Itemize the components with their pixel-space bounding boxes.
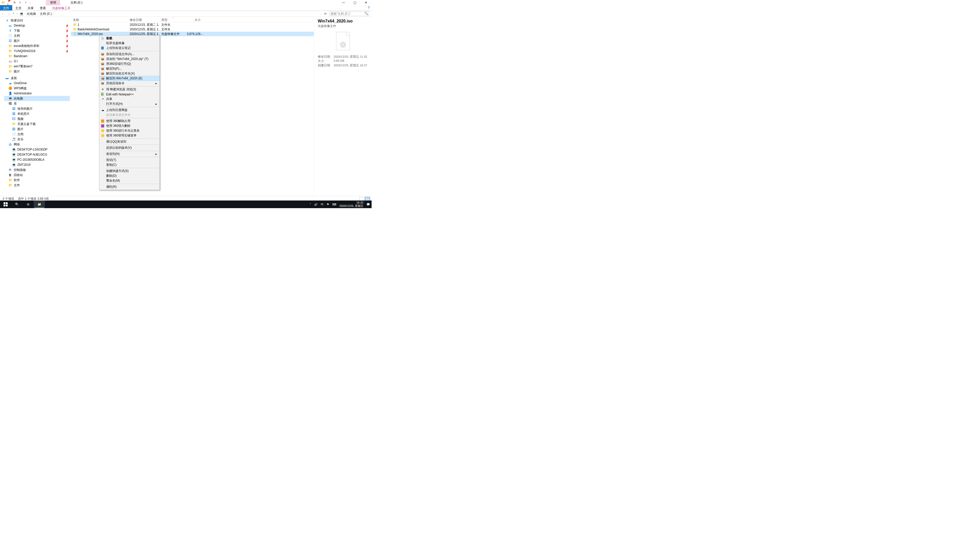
tree-admin[interactable]: 👤Administrator (4, 91, 70, 96)
context-menu-item[interactable]: 🟪使用 360强力删除 (100, 124, 159, 128)
context-menu-item[interactable]: 📦解压到(F)... (100, 66, 159, 71)
search-icon[interactable]: 🔍 (364, 12, 368, 15)
context-menu-item[interactable]: 通过QQ发送到 (100, 139, 159, 144)
tree-thispc[interactable]: 💻此电脑 (4, 96, 70, 101)
tree-pics2[interactable]: 📁图片 (4, 69, 70, 74)
taskview-button[interactable]: ⧉ (22, 200, 34, 208)
tree-desktop-zh[interactable]: ▬桌面 (4, 76, 70, 81)
history-dropdown-icon[interactable]: ▾ (13, 12, 14, 16)
context-menu-item[interactable]: 复制(C) (100, 162, 159, 167)
ribbon-tab-home[interactable]: 主页 (12, 5, 24, 11)
tree-pc2[interactable]: 💻DESKTOP-NJEU3CG (4, 152, 70, 157)
context-menu-item[interactable]: 属性(R) (100, 184, 159, 189)
minimize-button[interactable]: — (338, 0, 349, 5)
up-button[interactable]: ↑ (17, 12, 18, 16)
context-menu-item[interactable]: 💿装载 (100, 36, 159, 41)
tree-desktop[interactable]: ▬Desktop📌 (4, 23, 70, 28)
tree-pictures2[interactable]: 🖼图片 (4, 127, 70, 132)
context-menu-item[interactable]: ↗共享 (100, 97, 159, 102)
tree-music[interactable]: 🎵音乐 (4, 137, 70, 142)
tray-chevron-up-icon[interactable]: ˄ (310, 203, 311, 206)
context-menu-item[interactable]: 📦添加到压缩文件(A)... (100, 52, 159, 57)
context-menu-item[interactable]: 📦其他压缩命令▶ (100, 81, 159, 86)
context-menu-item[interactable]: 📦用360压缩打开(Q) (100, 62, 159, 66)
tree-pc1[interactable]: 💻DESKTOP-LSSOEDP (4, 147, 70, 152)
context-menu-item[interactable]: 剪切(T) (100, 158, 159, 162)
context-menu-item[interactable]: 📗Edit with Notepad++ (100, 92, 159, 97)
tray-notifications-icon[interactable]: 💬 (366, 203, 370, 206)
search-input[interactable]: 搜索"文档 (E:)" 🔍 (329, 11, 369, 16)
close-qat-icon[interactable]: ✖ (13, 1, 16, 4)
ribbon-tab-share[interactable]: 共享 (24, 5, 37, 11)
tree-soft[interactable]: 📁软件 (4, 178, 70, 183)
context-menu-item[interactable]: 重命名(M) (100, 178, 159, 183)
tree-wps[interactable]: 🟠WPS网盘 (4, 86, 70, 91)
context-menu-item[interactable]: 刻录光盘映像 (100, 41, 159, 46)
tray-volume-icon[interactable]: 🔊 (314, 203, 318, 206)
context-menu-item[interactable]: 📦解压到当前文件夹(X) (100, 71, 159, 76)
context-menu-item[interactable]: 📦添加到 "Win7x64_2020.zip" (T) (100, 57, 159, 62)
tree-documents[interactable]: 📄文档📌 (4, 33, 70, 38)
tree-ctrlpanel[interactable]: 🛠控制面板 (4, 167, 70, 172)
context-menu-item[interactable]: 🟧使用 360解除占用 (100, 119, 159, 124)
context-menu-item[interactable]: 发送到(N)▶ (100, 151, 159, 156)
redo-icon[interactable]: ↻ (18, 1, 22, 4)
search-button[interactable]: 🔍 (11, 200, 22, 208)
tree-excel[interactable]: 📁excel表格制作求和📌 (4, 43, 70, 48)
tree-gdrive[interactable]: 🖴G:\ (4, 59, 70, 64)
tree-savedpics[interactable]: 🖼保存的图片 (4, 106, 70, 111)
forward-button[interactable]: → (7, 12, 10, 16)
table-row[interactable]: 📁12020/12/15, 星期二 1...文件夹 (71, 22, 314, 27)
address-dropdown-icon[interactable]: ⌄ (320, 13, 321, 15)
ribbon-tab-tools[interactable]: 光盘映像工具 (49, 5, 73, 11)
tree-docs2[interactable]: 📄文档 (4, 132, 70, 137)
context-menu-item[interactable]: 创建快捷方式(S) (100, 168, 159, 173)
chevron-right-icon[interactable]: › (38, 13, 38, 15)
qat-dropdown-icon[interactable]: ▾ (24, 1, 27, 4)
tray-ime-icon[interactable]: 中 (321, 203, 324, 206)
tree-network[interactable]: 🖧网络 (4, 142, 70, 147)
column-date[interactable]: 修改日期 (127, 17, 159, 22)
table-row[interactable]: 📁BaiduNetdiskDownload2020/12/25, 星期五 1..… (71, 27, 314, 32)
start-button[interactable] (0, 200, 11, 208)
tree-files[interactable]: 📁文件 (4, 183, 70, 188)
tree-recycle[interactable]: 🗑回收站 (4, 172, 70, 178)
context-menu-item[interactable]: 🟡使用 360管理右键菜单 (100, 133, 159, 138)
back-button[interactable]: ← (2, 12, 5, 16)
context-menu-item[interactable]: 删除(D) (100, 173, 159, 178)
close-button[interactable]: ✕ (360, 0, 372, 5)
tree-onedrive[interactable]: ☁OneDrive (4, 81, 70, 86)
breadcrumb-root[interactable]: 此电脑 (26, 11, 37, 17)
pin-dropdown-icon[interactable]: 📌▾ (7, 1, 11, 4)
context-menu-item[interactable]: 📘上传到有道云笔记 (100, 46, 159, 51)
tree-bandicam[interactable]: 📁Bandicam (4, 54, 70, 59)
context-menu-item[interactable]: 还原以前的版本(V) (100, 145, 159, 150)
ribbon-tab-view[interactable]: 查看 (37, 5, 49, 11)
tree-quick-access[interactable]: ★快速访问 (4, 18, 70, 23)
chevron-right-icon[interactable]: › (24, 13, 25, 15)
breadcrumb-drive[interactable]: 文档 (E:) (39, 11, 52, 17)
tree-downloads[interactable]: ⬇下载📌 (4, 28, 70, 33)
context-menu-item[interactable]: ☁上传到百度网盘 (100, 108, 159, 113)
context-menu-item[interactable]: 🟡使用 360进行木马云查杀 (100, 128, 159, 133)
tray-keyboard-icon[interactable]: ⌨ (332, 203, 336, 206)
tray-flag-icon[interactable]: ⚑ (327, 203, 329, 206)
tree-localpics[interactable]: 🖼本机照片 (4, 111, 70, 116)
tree-yunqishi[interactable]: 📁YUNQISHI2019📌 (4, 48, 70, 54)
context-menu-item[interactable]: 打开方式(H)▶ (100, 102, 159, 106)
context-menu-item[interactable]: 📦解压到 Win7x64_2020\ (E) (100, 76, 159, 81)
tree-library[interactable]: 📚库 (4, 101, 70, 106)
tree-pc3[interactable]: 💻PC-20190530OBLA (4, 157, 70, 162)
maximize-button[interactable]: ▢ (349, 0, 360, 5)
tree-win7re[interactable]: 📁win7重装win7 (4, 64, 70, 69)
chevron-right-icon[interactable]: › (53, 13, 54, 15)
column-size[interactable]: 大小 (185, 17, 203, 22)
context-menu-item[interactable]: ✳用 蜂蜜浏览器 浏览(3) (100, 87, 159, 92)
contextual-tab-manage[interactable]: 管理 (46, 0, 60, 5)
column-name[interactable]: 名称 (71, 17, 127, 22)
tree-pc4[interactable]: 💻ZMT2019 (4, 162, 70, 167)
help-icon[interactable]: ? (366, 5, 372, 11)
explorer-taskbar-icon[interactable]: 📁 (34, 200, 45, 208)
refresh-button[interactable]: ⟳ (324, 12, 327, 16)
tray-clock[interactable]: 16:32 2020/12/25, 星期五 (339, 201, 363, 208)
